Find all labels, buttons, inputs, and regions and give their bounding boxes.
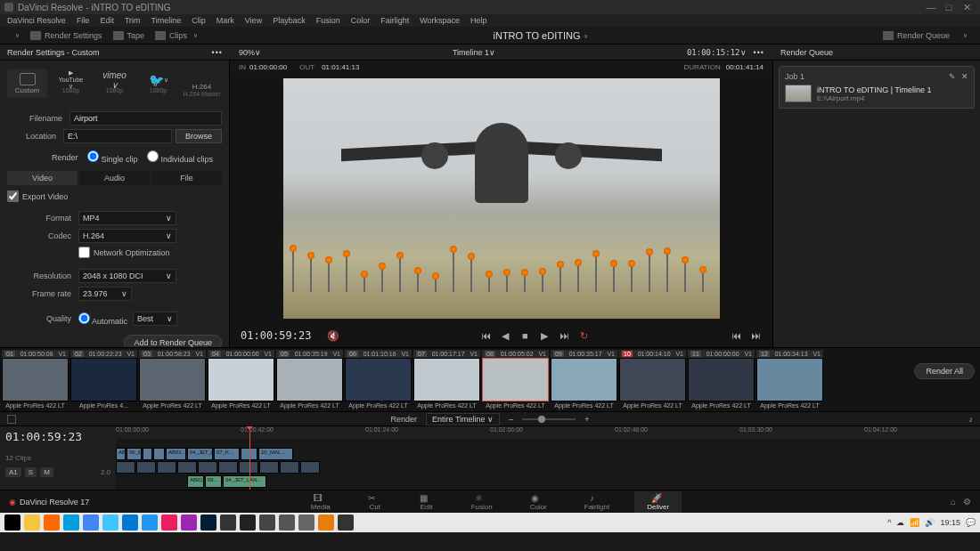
preset-vimeo[interactable]: vimeo ∨1080p <box>94 70 135 97</box>
menu-fairlight[interactable]: Fairlight <box>380 16 409 25</box>
page-tab-cut[interactable]: ✂Cut <box>355 491 395 513</box>
page-tab-color[interactable]: ◉Color <box>518 491 559 513</box>
zoom-in-button[interactable]: + <box>584 415 589 424</box>
taskbar-app[interactable] <box>279 515 295 531</box>
preset-custom[interactable]: Custom <box>7 69 47 98</box>
clip-item[interactable]: 1101:00:00:00V1Apple ProRes 422 LT <box>688 350 755 409</box>
loop-button[interactable]: ↻ <box>577 329 590 342</box>
solo-button[interactable]: S <box>25 467 37 477</box>
tray-time[interactable]: 19:15 <box>940 518 960 527</box>
taskbar-app[interactable] <box>161 515 177 531</box>
clips-button[interactable]: Clips∨ <box>150 31 203 40</box>
menu-view[interactable]: View <box>245 16 262 25</box>
individual-clips-radio[interactable]: Individual clips <box>147 150 214 164</box>
menu-mark[interactable]: Mark <box>216 16 234 25</box>
page-tab-fairlight[interactable]: ♪Fairlight <box>572 491 622 513</box>
taskbar-app[interactable] <box>318 515 334 531</box>
play-button[interactable]: ▶ <box>538 329 551 342</box>
taskbar-app[interactable] <box>24 515 40 531</box>
quality-auto-radio[interactable]: Automatic <box>78 312 127 326</box>
jog-prev-button[interactable]: ⏮ <box>730 329 742 342</box>
zoom-out-button[interactable]: – <box>509 415 513 424</box>
menu-help[interactable]: Help <box>470 16 487 25</box>
taskbar-app[interactable] <box>83 515 99 531</box>
tray-cloud-icon[interactable]: ☁ <box>896 518 904 527</box>
clip-item[interactable]: 0101:00:50:08V1Apple ProRes 422 LT <box>2 350 69 409</box>
page-tab-fusion[interactable]: ⚛Fusion <box>459 491 505 513</box>
mute-icon[interactable]: 🔇 <box>327 329 339 342</box>
taskbar-app[interactable] <box>338 515 354 531</box>
tab-audio[interactable]: Audio <box>79 171 150 185</box>
first-frame-button[interactable]: ⏮ <box>479 329 492 342</box>
location-input[interactable] <box>63 129 172 143</box>
format-select[interactable]: MP4 ∨ <box>78 211 176 225</box>
network-opt-checkbox[interactable]: Network Optimization <box>78 247 222 258</box>
taskbar-app[interactable] <box>181 515 197 531</box>
render-queue-button[interactable]: Render Queue <box>878 31 955 40</box>
mute-button[interactable]: M <box>40 467 53 477</box>
zoom-slider[interactable] <box>522 418 576 420</box>
jog-next-button[interactable]: ⏭ <box>749 329 762 342</box>
single-clip-radio[interactable]: Single clip <box>87 150 138 164</box>
page-tab-edit[interactable]: ▦Edit <box>407 491 446 513</box>
taskbar-app[interactable] <box>298 515 314 531</box>
tab-video[interactable]: Video <box>7 171 78 185</box>
render-settings-button[interactable]: Render Settings <box>25 31 108 40</box>
clip-item[interactable]: 0901:00:35:17V1Apple ProRes 422 LT <box>551 350 617 409</box>
taskbar-app[interactable] <box>142 515 158 531</box>
tray-wifi-icon[interactable]: 📶 <box>910 518 919 527</box>
taskbar-app[interactable] <box>220 515 236 531</box>
framerate-select[interactable]: 23.976 ∨ <box>78 287 132 301</box>
taskbar-app[interactable] <box>259 515 275 531</box>
menu-trim[interactable]: Trim <box>125 16 141 25</box>
preset-youtube[interactable]: ▶ YouTube ∨1080p <box>51 70 91 97</box>
menu-clip[interactable]: Clip <box>192 16 206 25</box>
taskbar-app[interactable] <box>44 515 60 531</box>
taskbar-app[interactable] <box>122 515 138 531</box>
job-edit-icon[interactable]: ✎ <box>949 72 956 81</box>
quality-best-select[interactable]: Best ∨ <box>133 312 177 326</box>
stop-button[interactable]: ■ <box>519 329 531 342</box>
job-close-icon[interactable]: ✕ <box>961 72 968 81</box>
start-button[interactable] <box>4 515 20 531</box>
audio-toggle-icon[interactable]: ♪ <box>969 415 974 424</box>
render-all-button[interactable]: Render All <box>914 363 975 379</box>
menu-davinci-resolve[interactable]: DaVinci Resolve <box>7 16 66 25</box>
clip-item[interactable]: 0501:00:35:19V1Apple ProRes 422 LT <box>276 350 343 409</box>
clip-item[interactable]: 0701:00:17:17V1Apple ProRes 422 LT <box>413 350 480 409</box>
menu-color[interactable]: Color <box>351 16 371 25</box>
taskbar-app[interactable] <box>63 515 79 531</box>
clip-item[interactable]: 0301:00:58:23V1Apple ProRes 422 LT <box>139 350 206 409</box>
menu-workspace[interactable]: Workspace <box>420 16 460 25</box>
preview-area[interactable] <box>230 73 772 324</box>
preset-twitter[interactable]: 🐦 ∨1080p <box>138 70 178 97</box>
minimize-button[interactable]: — <box>922 2 940 12</box>
taskbar-app[interactable] <box>200 515 216 531</box>
preset-h.264[interactable]: H.264H.264 Master <box>182 66 222 101</box>
resolution-select[interactable]: 2048 x 1080 DCI ∨ <box>78 269 176 283</box>
menu-playback[interactable]: Playback <box>273 16 306 25</box>
add-to-queue-button[interactable]: Add to Render Queue <box>124 335 222 347</box>
tab-file[interactable]: File <box>151 171 222 185</box>
playhead[interactable] <box>249 426 250 490</box>
menu-timeline[interactable]: Timeline <box>151 16 182 25</box>
menu-fusion[interactable]: Fusion <box>316 16 340 25</box>
clip-item[interactable]: 0401:00:00:00V1Apple ProRes 422 LT <box>208 350 274 409</box>
timeline-name[interactable]: Timeline 1∨ <box>261 48 687 57</box>
last-frame-button[interactable]: ⏭ <box>558 329 570 342</box>
render-job[interactable]: Job 1 ✎✕ iNTRO TO eDITING | Timeline 1 E… <box>779 66 975 109</box>
menu-file[interactable]: File <box>77 16 90 25</box>
prev-frame-button[interactable]: ◀ <box>499 329 511 342</box>
export-video-checkbox[interactable]: Export Video <box>7 190 222 202</box>
clip-item[interactable]: 0801:00:05:02V1Apple ProRes 422 LT <box>482 350 549 409</box>
timeline-tracks[interactable]: 01:00:00:0001:00:42:0001:01:24:0001:02:0… <box>116 426 980 490</box>
clip-item[interactable]: 0201:00:22:23V1Apple ProRes 4... <box>70 350 137 409</box>
filename-input[interactable] <box>69 111 222 126</box>
clip-item[interactable]: 1001:00:14:10V1Apple ProRes 422 LT <box>619 350 686 409</box>
home-icon[interactable]: ⌂ <box>951 497 956 506</box>
page-tab-media[interactable]: 🎞Media <box>298 491 343 513</box>
tape-button[interactable]: Tape <box>108 31 151 40</box>
a1-tag[interactable]: A1 <box>5 467 21 477</box>
page-tab-deliver[interactable]: 🚀Deliver <box>634 491 682 513</box>
maximize-button[interactable]: □ <box>940 2 958 12</box>
